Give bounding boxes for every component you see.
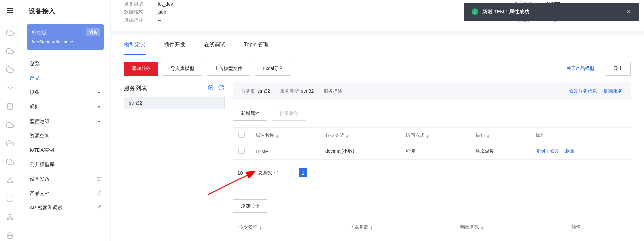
svg-line-14 [98,191,100,193]
col-desc[interactable]: 描述▲▼ [470,128,530,143]
sidebar-item-9[interactable]: 产品文档 [27,186,104,201]
about-model-link[interactable]: 关于产品模型 [566,66,594,72]
refresh-icon[interactable] [218,84,225,92]
col-send-params[interactable]: 下发参数▲▼ [344,220,455,234]
col-attr-name[interactable]: 属性名称▲▼ [250,128,320,143]
workspace: 模型定义插件开发在线调试Topic 管理 添加服务 导入库模型 上传模型文件 E… [111,35,644,241]
service-desc-label: 服务描述 [324,88,342,94]
sidebar-item-label: 总览 [30,60,40,67]
external-link-icon [96,205,101,211]
cloud-icon-4[interactable] [6,121,14,130]
sidebar-item-5[interactable]: 资源空间 [27,129,104,143]
add-service-button[interactable]: 添加服务 [124,62,158,76]
page-size-select[interactable]: 10 [233,168,252,178]
delete-link[interactable]: 删除 [565,148,574,154]
sidebar-item-2[interactable]: 设备▼ [27,85,104,100]
sort-icon: ▲▼ [345,134,349,138]
triangle-icon[interactable] [6,176,14,185]
svg-point-9 [11,218,13,220]
cloud-icon-3[interactable] [6,65,14,75]
sidebar-item-1[interactable]: 产品 [27,71,104,85]
sidebar-item-4[interactable]: 监控运维▼ [27,114,104,129]
prev-page-button[interactable]: 〈 [285,168,295,177]
cluster-icon[interactable] [6,213,14,222]
tab-0[interactable]: 模型定义 [124,35,146,55]
main-sidebar: 设备接入 标准版 freeStandardInstance 切换 总览产品设备▼… [20,0,111,241]
industry-value: -- [158,18,161,23]
batch-delete-button[interactable]: 批量删除 [272,107,306,120]
import-lib-button[interactable]: 导入库模型 [163,62,202,76]
cloud-upload-icon[interactable] [6,139,14,148]
wave-icon[interactable] [6,84,14,93]
sidebar-item-label: 监控运维 [30,118,50,125]
device-icon[interactable] [6,102,14,111]
service-type-label: 服务类型 [280,88,299,94]
add-command-button[interactable]: 添加命令 [233,199,267,213]
add-service-icon[interactable] [207,84,214,92]
external-link-icon [96,176,101,182]
sidebar-title: 设备接入 [27,7,104,16]
tab-1[interactable]: 插件开发 [164,35,185,55]
row-checkbox[interactable] [238,148,245,154]
chevron-down-icon: ▼ [97,119,101,124]
sort-icon: ▲▼ [480,226,484,230]
svg-point-8 [7,218,9,220]
switch-instance-button[interactable]: 切换 [86,28,100,36]
sidebar-item-label: 产品 [30,75,40,81]
success-toast: ✓ 新增 TEMP 属性成功 ✕ [464,3,639,21]
service-item-0[interactable]: stm32 [124,97,225,109]
sidebar-item-6[interactable]: IoTDA实例 [27,143,104,157]
col-cmd-name[interactable]: 命令名称▲▼ [233,220,344,234]
cloud-icon-5[interactable] [6,158,14,167]
edit-link[interactable]: 修改 [550,148,559,154]
select-all-checkbox[interactable] [238,132,245,138]
tabs: 模型定义插件开发在线调试Topic 管理 [111,35,644,55]
icon-sidebar: IP [0,0,20,241]
sidebar-item-3[interactable]: 规则▼ [27,100,104,114]
sidebar-item-label: 资源空间 [30,133,50,139]
service-list-title: 服务列表 [124,84,147,92]
col-access[interactable]: 访问方式▲▼ [400,128,470,143]
command-table: 命令名称▲▼ 下发参数▲▼ 响应参数▲▼ 操作 [233,220,631,234]
svg-text:IP: IP [9,198,11,200]
export-button[interactable]: 导出 [606,62,631,76]
check-icon: ✓ [472,8,478,15]
col-data-type[interactable]: 数据类型▲▼ [320,128,400,143]
col-resp-params[interactable]: 响应参数▲▼ [455,220,566,234]
attr-desc-cell: 环境温度 [470,143,530,160]
menu-toggle-icon[interactable] [6,7,14,16]
sidebar-item-10[interactable]: API检索和调试 [27,201,104,215]
instance-card: 标准版 freeStandardInstance 切换 [27,24,104,50]
toast-message: 新增 TEMP 属性成功 [482,9,529,15]
sidebar-item-0[interactable]: 总览 [27,56,104,71]
tab-2[interactable]: 在线调试 [204,35,225,55]
cloud-icon-1[interactable] [6,29,14,38]
sort-icon: ▲▼ [370,226,373,230]
sidebar-item-label: 规则 [30,104,40,110]
cloud-icon-2[interactable] [6,47,14,56]
next-page-button[interactable]: 〉 [311,168,321,177]
sort-icon: ▲▼ [486,134,490,138]
sidebar-item-8[interactable]: 设备发放 [27,172,104,186]
add-attribute-button[interactable]: 新增属性 [233,107,267,120]
col-ops: 操作 [530,128,631,143]
excel-import-button[interactable]: Excel导入 [255,62,291,76]
page-number[interactable]: 1 [299,168,307,177]
tab-3[interactable]: Topic 管理 [244,35,269,55]
service-id-label: 服务ID [241,88,255,94]
sidebar-item-label: 产品文档 [30,190,50,197]
edit-service-link[interactable]: 修改服务信息 [569,88,597,94]
sidebar-item-label: 公共模型库 [30,161,55,168]
delete-service-link[interactable]: 删除服务 [604,88,623,94]
industry-label: 所属行业 [124,17,158,23]
sidebar-item-7[interactable]: 公共模型库 [27,157,104,172]
action-bar: 添加服务 导入库模型 上传模型文件 Excel导入 关于产品模型 导出 [111,55,644,82]
upload-model-button[interactable]: 上传模型文件 [207,62,250,76]
copy-link[interactable]: 复制 [536,148,545,154]
toast-close-button[interactable]: ✕ [626,8,631,15]
sort-icon: ▲▼ [426,134,429,138]
chevron-down-icon: ▼ [97,90,101,95]
ip-icon[interactable]: IP [6,195,14,204]
attribute-table: 属性名称▲▼ 数据类型▲▼ 访问方式▲▼ 描述▲▼ 操作 TEMPdecimal… [233,127,631,160]
globe-icon[interactable] [6,232,14,241]
